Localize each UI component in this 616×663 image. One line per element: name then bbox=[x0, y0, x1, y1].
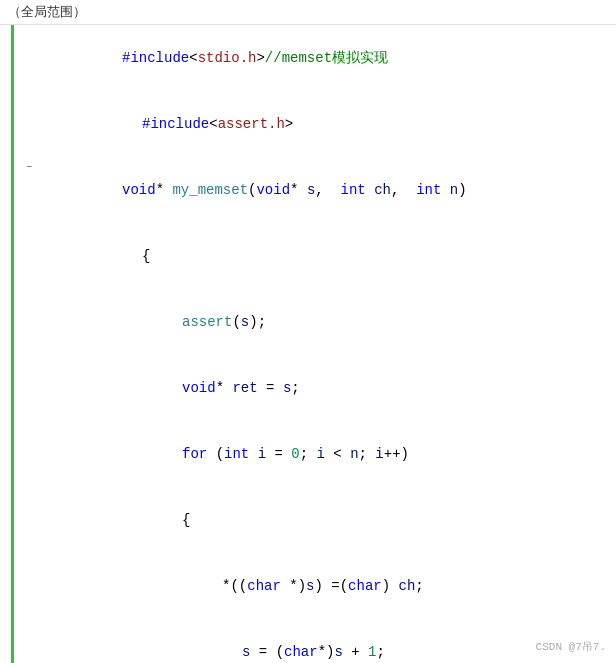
scope-label: （全局范围） bbox=[8, 3, 86, 21]
fold-func-icon[interactable]: − bbox=[22, 161, 36, 175]
scope-bar: （全局范围） bbox=[0, 0, 616, 25]
line-include2: #include<assert.h> bbox=[22, 91, 616, 157]
watermark: CSDN @7吊7. bbox=[536, 639, 606, 657]
line-brace1: { bbox=[22, 223, 616, 289]
line-cast-assign: *((char *)s) =(char) ch; bbox=[22, 553, 616, 619]
line-ret-decl: void* ret = s; bbox=[22, 355, 616, 421]
line-brace2: { bbox=[22, 487, 616, 553]
editor-container: （全局范围） #include<stdio.h>//memset模拟实现 #in… bbox=[0, 0, 616, 663]
code-area: #include<stdio.h>//memset模拟实现 #include<a… bbox=[0, 25, 616, 663]
line-assert: assert(s); bbox=[22, 289, 616, 355]
line-include1: #include<stdio.h>//memset模拟实现 bbox=[22, 25, 616, 91]
line-for1: for (int i = 0; i < n; i++) bbox=[22, 421, 616, 487]
line-func-sig: − void* my_memset(void* s, int ch, int n… bbox=[22, 157, 616, 223]
code-content[interactable]: #include<stdio.h>//memset模拟实现 #include<a… bbox=[14, 25, 616, 663]
gutter bbox=[0, 25, 14, 663]
line-inc-s: s = (char*)s + 1; bbox=[22, 619, 616, 663]
